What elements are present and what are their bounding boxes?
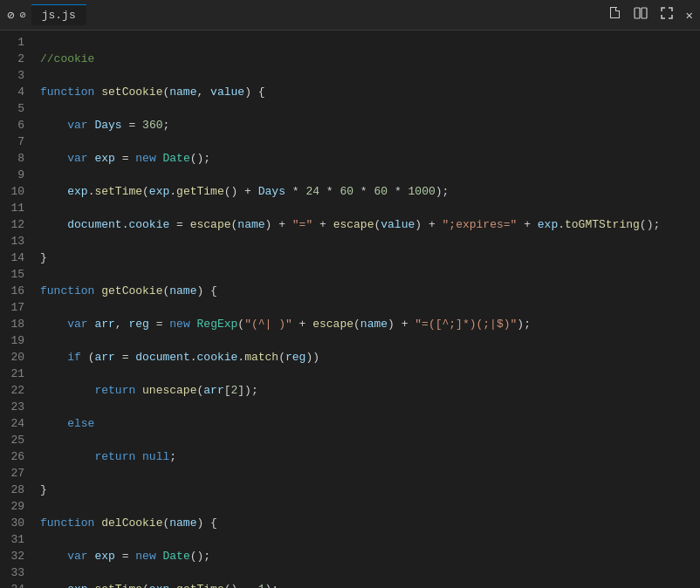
title-bar: ⊘ ⊘ js.js ✕ — [0, 0, 700, 31]
line-12: else — [40, 415, 700, 432]
svg-rect-7 — [642, 8, 647, 18]
line-11: return unescape(arr[2]); — [40, 382, 700, 399]
line-2: function setCookie(name, value) { — [40, 84, 700, 100]
title-bar-left: ⊘ ⊘ js.js — [7, 4, 86, 25]
editor-container: 1 2 3 4 5 6 7 8 9 10 11 12 13 14 15 16 1… — [0, 31, 700, 588]
svg-rect-4 — [615, 7, 616, 10]
tab-js[interactable]: js.js — [31, 4, 86, 25]
line-14: } — [40, 482, 700, 498]
line-numbers: 1 2 3 4 5 6 7 8 9 10 11 12 13 14 15 16 1… — [0, 31, 33, 588]
svg-rect-3 — [619, 10, 620, 18]
line-15: function delCookie(name) { — [40, 515, 700, 531]
line-10: if (arr = document.cookie.match(reg)) — [40, 349, 700, 366]
line-1: //cookie — [40, 51, 700, 67]
line-13: return null; — [40, 448, 700, 465]
line-5: exp.setTime(exp.getTime() + Days * 24 * … — [40, 183, 700, 200]
svg-rect-1 — [610, 7, 611, 17]
line-16: var exp = new Date(); — [40, 548, 700, 564]
svg-rect-5 — [615, 10, 620, 11]
title-bar-actions: ✕ — [607, 6, 693, 24]
line-9: var arr, reg = new RegExp("(^| )" + esca… — [40, 316, 700, 332]
expand-icon[interactable] — [660, 6, 674, 24]
line-7: } — [40, 250, 700, 266]
code-editor[interactable]: //cookie function setCookie(name, value)… — [33, 31, 700, 588]
split-icon[interactable] — [634, 6, 648, 24]
line-17: exp.setTime(exp.getTime() - 1); — [40, 581, 700, 588]
line-4: var exp = new Date(); — [40, 150, 700, 167]
new-file-icon[interactable] — [607, 6, 621, 24]
line-6: document.cookie = escape(name) + "=" + e… — [40, 216, 700, 233]
tab-label: js.js — [42, 9, 76, 22]
close-icon[interactable]: ✕ — [686, 8, 693, 23]
pin-icon[interactable]: ⊘ — [7, 8, 14, 23]
unpin-icon[interactable]: ⊘ — [19, 9, 25, 22]
line-8: function getCookie(name) { — [40, 283, 700, 299]
line-3: var Days = 360; — [40, 117, 700, 133]
svg-rect-6 — [635, 8, 640, 18]
svg-rect-2 — [610, 17, 619, 18]
